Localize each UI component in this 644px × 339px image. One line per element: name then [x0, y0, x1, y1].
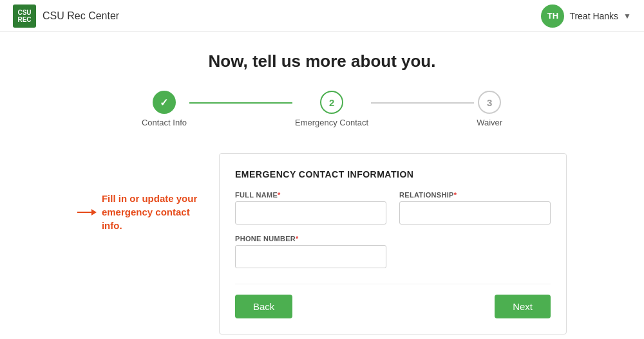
- form-section-title: EMERGENCY CONTACT INFORMATION: [235, 169, 551, 179]
- relationship-input[interactable]: [399, 201, 551, 224]
- user-menu[interactable]: TH Treat Hanks ▼: [541, 5, 631, 28]
- header-left: CSU REC CSU Rec Center: [13, 5, 119, 28]
- emergency-contact-form: EMERGENCY CONTACT INFORMATION FULL NAME*…: [219, 153, 567, 334]
- user-name: Treat Hanks: [569, 11, 618, 21]
- form-row-1: FULL NAME* RELATIONSHIP*: [235, 191, 551, 224]
- form-row-2: PHONE NUMBER*: [235, 235, 551, 268]
- avatar: TH: [541, 5, 564, 28]
- required-mark: *: [278, 191, 281, 199]
- step-line-2: [371, 102, 474, 104]
- tooltip-text: Fill in or update your emergency contact…: [102, 192, 206, 232]
- step-1: ✓ Contact Info: [142, 91, 187, 127]
- svg-marker-1: [91, 209, 97, 215]
- required-mark-3: *: [296, 235, 299, 243]
- page-title: Now, tell us more about you.: [77, 51, 567, 71]
- stepper: ✓ Contact Info 2 Emergency Contact 3 Wai…: [77, 91, 567, 127]
- step-2-circle: 2: [320, 91, 343, 114]
- chevron-down-icon: ▼: [623, 12, 631, 21]
- back-button[interactable]: Back: [235, 295, 292, 318]
- step-1-label: Contact Info: [142, 118, 187, 127]
- content-area: Fill in or update your emergency contact…: [77, 153, 567, 334]
- next-button[interactable]: Next: [495, 295, 551, 318]
- app-title: CSU Rec Center: [43, 10, 119, 22]
- step-3-label: Waiver: [477, 118, 502, 127]
- app-logo: CSU REC: [13, 5, 36, 28]
- phone-label: PHONE NUMBER*: [235, 235, 386, 243]
- full-name-field: FULL NAME*: [235, 191, 386, 224]
- step-2: 2 Emergency Contact: [295, 91, 368, 127]
- step-line-1: [189, 102, 292, 104]
- step-3: 3 Waiver: [477, 91, 502, 127]
- step-1-circle: ✓: [153, 91, 176, 114]
- relationship-label: RELATIONSHIP*: [399, 191, 551, 199]
- step-2-label: Emergency Contact: [295, 118, 368, 127]
- tooltip-area: Fill in or update your emergency contact…: [77, 192, 206, 232]
- full-name-label: FULL NAME*: [235, 191, 386, 199]
- required-mark-2: *: [454, 191, 457, 199]
- form-actions: Back Next: [235, 284, 551, 318]
- app-header: CSU REC CSU Rec Center TH Treat Hanks ▼: [0, 0, 644, 32]
- arrow-right-icon: [77, 203, 97, 221]
- page-content: Now, tell us more about you. ✓ Contact I…: [64, 32, 580, 339]
- check-icon: ✓: [160, 96, 168, 109]
- step-3-circle: 3: [478, 91, 501, 114]
- relationship-field: RELATIONSHIP*: [399, 191, 551, 224]
- full-name-input[interactable]: [235, 201, 386, 224]
- phone-input[interactable]: [235, 245, 386, 268]
- phone-field: PHONE NUMBER*: [235, 235, 386, 268]
